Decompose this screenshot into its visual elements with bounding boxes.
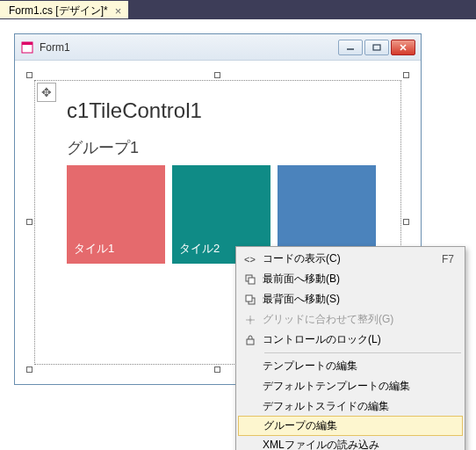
menu-item[interactable]: <>コードの表示(C)F7 bbox=[238, 249, 463, 269]
svg-rect-1 bbox=[22, 42, 32, 45]
menu-item-label: XMLファイルの読み込み bbox=[263, 438, 454, 450]
bring-front-icon bbox=[238, 273, 263, 286]
lock-icon bbox=[238, 334, 263, 346]
minimize-button[interactable] bbox=[338, 40, 363, 55]
menu-item[interactable]: テンプレートの編集 bbox=[238, 356, 463, 376]
menu-item-label: テンプレートの編集 bbox=[263, 359, 454, 374]
menu-item[interactable]: デフォルトスライドの編集 bbox=[238, 396, 463, 417]
menu-item-label: グリッドに合わせて整列(G) bbox=[263, 312, 454, 327]
svg-rect-12 bbox=[247, 339, 254, 345]
menu-item[interactable]: 最背面へ移動(S) bbox=[238, 289, 463, 309]
tile-label: タイル2 bbox=[179, 241, 220, 257]
menu-item[interactable]: デフォルトテンプレートの編集 bbox=[238, 376, 463, 396]
tab-label: Form1.cs [デザイン]* bbox=[9, 4, 108, 18]
menu-item-label: デフォルトテンプレートの編集 bbox=[263, 379, 454, 394]
menu-item-shortcut: F7 bbox=[442, 253, 454, 265]
send-back-icon bbox=[238, 294, 263, 306]
document-tab-bar: Form1.cs [デザイン]* × bbox=[0, 0, 476, 19]
resize-handle-tr[interactable] bbox=[403, 72, 409, 78]
svg-rect-8 bbox=[249, 278, 255, 284]
document-tab[interactable]: Form1.cs [デザイン]* × bbox=[0, 1, 128, 18]
context-menu: <>コードの表示(C)F7最前面へ移動(B)最背面へ移動(S)グリッドに合わせて… bbox=[235, 246, 465, 450]
resize-handle-ml[interactable] bbox=[26, 219, 32, 225]
maximize-button[interactable] bbox=[364, 40, 389, 55]
resize-handle-tl[interactable] bbox=[26, 72, 32, 78]
menu-item-label: コードの表示(C) bbox=[263, 251, 442, 266]
menu-item: グリッドに合わせて整列(G) bbox=[238, 309, 463, 330]
menu-item[interactable]: XMLファイルの読み込み bbox=[238, 435, 463, 450]
svg-rect-3 bbox=[373, 45, 380, 50]
resize-handle-mr[interactable] bbox=[403, 219, 409, 225]
menu-item[interactable]: グループの編集 bbox=[238, 416, 463, 436]
menu-item-label: デフォルトスライドの編集 bbox=[263, 399, 454, 414]
control-title: c1TileControl1 bbox=[67, 98, 202, 123]
svg-text:<>: <> bbox=[244, 254, 256, 265]
menu-item-label: 最前面へ移動(B) bbox=[263, 272, 454, 287]
titlebar: Form1 bbox=[15, 34, 421, 61]
menu-separator bbox=[264, 352, 461, 353]
menu-item-label: コントロールのロック(L) bbox=[263, 332, 454, 347]
group-label: グループ1 bbox=[67, 137, 139, 158]
form-icon bbox=[20, 40, 34, 54]
code-icon: <> bbox=[238, 253, 263, 265]
resize-handle-bc[interactable] bbox=[214, 367, 220, 373]
menu-item[interactable]: 最前面へ移動(B) bbox=[238, 269, 463, 289]
svg-rect-10 bbox=[246, 295, 252, 301]
menu-item-label: グループの編集 bbox=[263, 418, 453, 433]
window-title: Form1 bbox=[40, 41, 338, 54]
close-button[interactable] bbox=[391, 40, 415, 55]
align-grid-icon bbox=[238, 314, 263, 326]
resize-handle-bl[interactable] bbox=[26, 367, 32, 373]
tile[interactable]: タイル1 bbox=[67, 165, 165, 264]
resize-handle-tc[interactable] bbox=[214, 72, 220, 78]
close-icon[interactable]: × bbox=[113, 5, 124, 17]
svg-point-11 bbox=[249, 318, 252, 321]
tile-label: タイル1 bbox=[74, 241, 114, 257]
menu-item[interactable]: コントロールのロック(L) bbox=[238, 330, 463, 350]
menu-item-label: 最背面へ移動(S) bbox=[263, 292, 454, 307]
move-icon[interactable]: ✥ bbox=[37, 83, 56, 102]
